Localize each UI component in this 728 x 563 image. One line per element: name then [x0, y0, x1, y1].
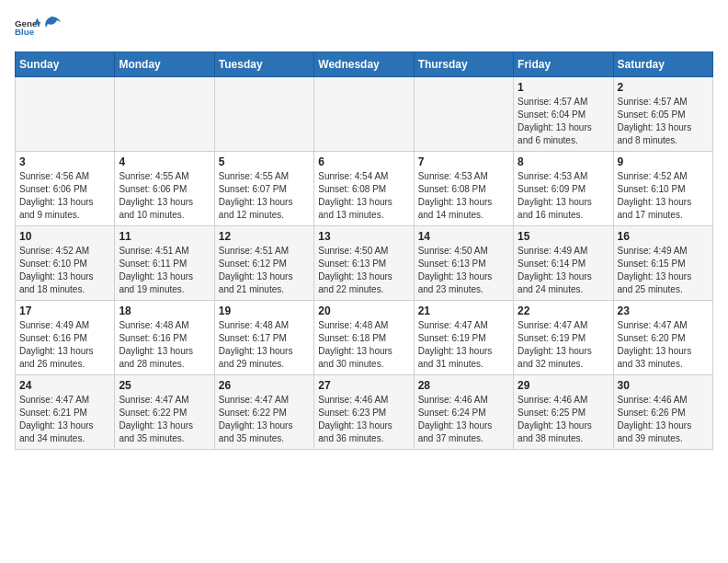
weekday-header-tuesday: Tuesday — [214, 52, 313, 77]
calendar-cell: 10Sunrise: 4:52 AM Sunset: 6:10 PM Dayli… — [16, 226, 115, 301]
day-info: Sunrise: 4:56 AM Sunset: 6:06 PM Dayligh… — [19, 170, 110, 222]
calendar-cell: 7Sunrise: 4:53 AM Sunset: 6:08 PM Daylig… — [414, 152, 513, 226]
calendar-cell: 24Sunrise: 4:47 AM Sunset: 6:21 PM Dayli… — [16, 375, 115, 450]
day-number: 11 — [119, 230, 210, 243]
day-info: Sunrise: 4:50 AM Sunset: 6:13 PM Dayligh… — [318, 245, 409, 296]
calendar-cell: 6Sunrise: 4:54 AM Sunset: 6:08 PM Daylig… — [314, 152, 414, 226]
day-info: Sunrise: 4:46 AM Sunset: 6:24 PM Dayligh… — [418, 394, 509, 445]
calendar-cell: 1Sunrise: 4:57 AM Sunset: 6:04 PM Daylig… — [514, 77, 613, 152]
day-info: Sunrise: 4:47 AM Sunset: 6:19 PM Dayligh… — [518, 319, 609, 371]
day-number: 25 — [119, 379, 210, 392]
day-info: Sunrise: 4:48 AM Sunset: 6:17 PM Dayligh… — [219, 319, 310, 371]
day-number: 2 — [618, 81, 709, 94]
calendar-cell: 26Sunrise: 4:47 AM Sunset: 6:22 PM Dayli… — [214, 375, 313, 450]
calendar-cell: 5Sunrise: 4:55 AM Sunset: 6:07 PM Daylig… — [214, 152, 313, 226]
day-info: Sunrise: 4:57 AM Sunset: 6:05 PM Dayligh… — [618, 96, 709, 147]
day-info: Sunrise: 4:47 AM Sunset: 6:21 PM Dayligh… — [19, 394, 110, 445]
day-number: 6 — [318, 155, 409, 168]
day-number: 22 — [518, 304, 609, 317]
day-number: 23 — [618, 304, 709, 317]
day-number: 21 — [418, 304, 509, 317]
day-info: Sunrise: 4:47 AM Sunset: 6:22 PM Dayligh… — [119, 394, 210, 445]
day-number: 10 — [19, 230, 110, 243]
calendar-cell: 30Sunrise: 4:46 AM Sunset: 6:26 PM Dayli… — [613, 375, 712, 450]
calendar-cell: 14Sunrise: 4:50 AM Sunset: 6:13 PM Dayli… — [414, 226, 513, 301]
day-number: 27 — [318, 379, 409, 392]
weekday-header-friday: Friday — [514, 52, 613, 77]
day-number: 1 — [518, 81, 609, 94]
calendar-cell: 25Sunrise: 4:47 AM Sunset: 6:22 PM Dayli… — [115, 375, 214, 450]
calendar-cell: 22Sunrise: 4:47 AM Sunset: 6:19 PM Dayli… — [514, 301, 613, 375]
day-number: 12 — [219, 230, 310, 243]
calendar-week-row: 10Sunrise: 4:52 AM Sunset: 6:10 PM Dayli… — [16, 226, 713, 301]
day-number: 17 — [19, 304, 110, 317]
day-info: Sunrise: 4:50 AM Sunset: 6:13 PM Dayligh… — [418, 245, 509, 296]
calendar-table: SundayMondayTuesdayWednesdayThursdayFrid… — [15, 52, 713, 450]
day-info: Sunrise: 4:46 AM Sunset: 6:25 PM Dayligh… — [518, 394, 609, 445]
calendar-cell: 11Sunrise: 4:51 AM Sunset: 6:11 PM Dayli… — [115, 226, 214, 301]
day-info: Sunrise: 4:53 AM Sunset: 6:09 PM Dayligh… — [518, 170, 609, 222]
weekday-header-monday: Monday — [115, 52, 214, 77]
calendar-cell: 20Sunrise: 4:48 AM Sunset: 6:18 PM Dayli… — [314, 301, 414, 375]
day-info: Sunrise: 4:48 AM Sunset: 6:18 PM Dayligh… — [318, 319, 409, 371]
day-info: Sunrise: 4:49 AM Sunset: 6:15 PM Dayligh… — [618, 245, 709, 296]
day-info: Sunrise: 4:49 AM Sunset: 6:16 PM Dayligh… — [19, 319, 110, 371]
day-info: Sunrise: 4:55 AM Sunset: 6:06 PM Dayligh… — [119, 170, 210, 222]
calendar-cell: 18Sunrise: 4:48 AM Sunset: 6:16 PM Dayli… — [115, 301, 214, 375]
calendar-week-row: 17Sunrise: 4:49 AM Sunset: 6:16 PM Dayli… — [16, 301, 713, 375]
logo-bird-icon — [40, 13, 63, 35]
calendar-cell: 27Sunrise: 4:46 AM Sunset: 6:23 PM Dayli… — [314, 375, 414, 450]
day-info: Sunrise: 4:51 AM Sunset: 6:11 PM Dayligh… — [119, 245, 210, 296]
day-number: 30 — [618, 379, 709, 392]
day-info: Sunrise: 4:47 AM Sunset: 6:22 PM Dayligh… — [219, 394, 310, 445]
day-number: 26 — [219, 379, 310, 392]
calendar-week-row: 3Sunrise: 4:56 AM Sunset: 6:06 PM Daylig… — [16, 152, 713, 226]
weekday-header-saturday: Saturday — [613, 52, 712, 77]
day-info: Sunrise: 4:55 AM Sunset: 6:07 PM Dayligh… — [219, 170, 310, 222]
day-number: 8 — [518, 155, 609, 168]
calendar-week-row: 1Sunrise: 4:57 AM Sunset: 6:04 PM Daylig… — [16, 77, 713, 152]
day-info: Sunrise: 4:49 AM Sunset: 6:14 PM Dayligh… — [518, 245, 609, 296]
weekday-header-sunday: Sunday — [16, 52, 115, 77]
day-number: 24 — [19, 379, 110, 392]
day-number: 19 — [219, 304, 310, 317]
calendar-cell: 3Sunrise: 4:56 AM Sunset: 6:06 PM Daylig… — [16, 152, 115, 226]
day-info: Sunrise: 4:53 AM Sunset: 6:08 PM Dayligh… — [418, 170, 509, 222]
day-number: 20 — [318, 304, 409, 317]
calendar-cell: 15Sunrise: 4:49 AM Sunset: 6:14 PM Dayli… — [514, 226, 613, 301]
calendar-cell — [16, 77, 115, 152]
calendar-cell — [214, 77, 313, 152]
day-info: Sunrise: 4:54 AM Sunset: 6:08 PM Dayligh… — [318, 170, 409, 222]
calendar-cell: 12Sunrise: 4:51 AM Sunset: 6:12 PM Dayli… — [214, 226, 313, 301]
calendar-cell: 19Sunrise: 4:48 AM Sunset: 6:17 PM Dayli… — [214, 301, 313, 375]
day-number: 14 — [418, 230, 509, 243]
day-info: Sunrise: 4:46 AM Sunset: 6:23 PM Dayligh… — [318, 394, 409, 445]
weekday-header-thursday: Thursday — [414, 52, 513, 77]
calendar-cell — [414, 77, 513, 152]
calendar-body: 1Sunrise: 4:57 AM Sunset: 6:04 PM Daylig… — [16, 77, 713, 450]
weekday-header-row: SundayMondayTuesdayWednesdayThursdayFrid… — [16, 52, 713, 77]
calendar-cell: 16Sunrise: 4:49 AM Sunset: 6:15 PM Dayli… — [613, 226, 712, 301]
day-number: 5 — [219, 155, 310, 168]
day-info: Sunrise: 4:46 AM Sunset: 6:26 PM Dayligh… — [618, 394, 709, 445]
day-info: Sunrise: 4:52 AM Sunset: 6:10 PM Dayligh… — [19, 245, 110, 296]
day-info: Sunrise: 4:51 AM Sunset: 6:12 PM Dayligh… — [219, 245, 310, 296]
calendar-cell: 9Sunrise: 4:52 AM Sunset: 6:10 PM Daylig… — [613, 152, 712, 226]
day-number: 28 — [418, 379, 509, 392]
calendar-cell: 4Sunrise: 4:55 AM Sunset: 6:06 PM Daylig… — [115, 152, 214, 226]
calendar-cell: 29Sunrise: 4:46 AM Sunset: 6:25 PM Dayli… — [514, 375, 613, 450]
calendar-cell: 23Sunrise: 4:47 AM Sunset: 6:20 PM Dayli… — [613, 301, 712, 375]
day-number: 29 — [518, 379, 609, 392]
svg-text:Blue: Blue — [15, 27, 35, 37]
calendar-cell: 2Sunrise: 4:57 AM Sunset: 6:05 PM Daylig… — [613, 77, 712, 152]
day-info: Sunrise: 4:47 AM Sunset: 6:19 PM Dayligh… — [418, 319, 509, 371]
day-number: 15 — [518, 230, 609, 243]
calendar-cell: 17Sunrise: 4:49 AM Sunset: 6:16 PM Dayli… — [16, 301, 115, 375]
calendar-cell: 13Sunrise: 4:50 AM Sunset: 6:13 PM Dayli… — [314, 226, 414, 301]
day-info: Sunrise: 4:47 AM Sunset: 6:20 PM Dayligh… — [618, 319, 709, 371]
calendar-cell — [115, 77, 214, 152]
logo: General Blue — [15, 15, 63, 40]
day-number: 16 — [618, 230, 709, 243]
calendar-week-row: 24Sunrise: 4:47 AM Sunset: 6:21 PM Dayli… — [16, 375, 713, 450]
weekday-header-wednesday: Wednesday — [314, 52, 414, 77]
